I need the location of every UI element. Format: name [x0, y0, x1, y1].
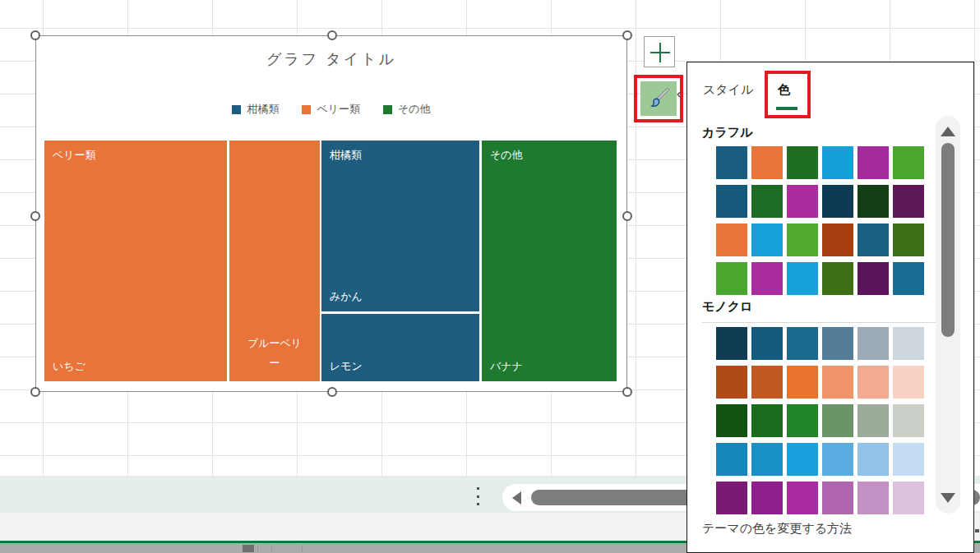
color-swatch[interactable]	[751, 404, 783, 437]
legend-item: その他	[383, 102, 431, 117]
palette-row-colorful-1[interactable]	[716, 146, 931, 179]
color-swatch[interactable]	[716, 482, 747, 514]
color-swatch[interactable]	[822, 224, 853, 256]
color-swatch[interactable]	[787, 482, 818, 514]
treemap-chart[interactable]: グラフ タイトル 柑橘類 ベリー類 その他 ベリー類 いちご ブルーベリー 柑橘…	[35, 35, 627, 392]
color-swatch[interactable]	[751, 482, 783, 514]
scroll-left-icon[interactable]	[512, 491, 521, 505]
selection-handle-bottom-mid[interactable]	[327, 387, 337, 397]
legend-label: その他	[398, 102, 431, 117]
color-swatch[interactable]	[893, 443, 924, 476]
palette-row-mono-2[interactable]	[716, 366, 931, 399]
color-swatch[interactable]	[893, 404, 924, 437]
drag-dots-icon[interactable]	[474, 487, 481, 505]
scroll-up-icon[interactable]	[941, 127, 955, 136]
color-swatch[interactable]	[893, 262, 924, 295]
color-swatch[interactable]	[787, 327, 818, 360]
color-swatch[interactable]	[716, 404, 747, 437]
treemap-group-label: 柑橘類	[330, 148, 362, 163]
palette-row-mono-3[interactable]	[716, 404, 931, 437]
color-swatch[interactable]	[787, 404, 818, 437]
bottom-scroll-thumb[interactable]	[243, 545, 254, 552]
color-swatch[interactable]	[716, 146, 747, 179]
color-swatch[interactable]	[822, 146, 853, 179]
color-swatch[interactable]	[858, 366, 889, 399]
color-swatch[interactable]	[822, 443, 853, 476]
selection-handle-left-mid[interactable]	[30, 211, 40, 221]
treemap-node-lemon[interactable]: レモン	[321, 314, 479, 381]
color-swatch[interactable]	[751, 366, 783, 399]
change-theme-colors-link[interactable]: テーマの色を変更する方法	[702, 521, 852, 537]
treemap-node-banana[interactable]: その他 バナナ	[482, 141, 617, 381]
selection-handle-top-mid[interactable]	[327, 30, 337, 40]
scroll-down-icon[interactable]	[941, 493, 955, 503]
window-edge-dash	[975, 529, 979, 532]
color-swatch[interactable]	[822, 262, 853, 295]
color-swatch[interactable]	[893, 327, 924, 360]
color-swatch[interactable]	[716, 366, 747, 399]
color-swatch[interactable]	[893, 224, 924, 256]
selection-handle-right-mid[interactable]	[622, 211, 632, 221]
treemap-node-strawberry[interactable]: ベリー類 いちご	[44, 141, 227, 381]
treemap-node-mikan[interactable]: 柑橘類 みかん	[321, 141, 479, 311]
selection-handle-top-left[interactable]	[30, 30, 40, 40]
color-swatch[interactable]	[751, 443, 783, 476]
color-swatch[interactable]	[716, 327, 747, 360]
color-swatch[interactable]	[751, 185, 783, 218]
color-swatch[interactable]	[751, 146, 783, 179]
color-swatch[interactable]	[822, 366, 853, 399]
tab-styles[interactable]: スタイル	[703, 82, 753, 98]
chart-title[interactable]: グラフ タイトル	[36, 49, 626, 69]
legend-item: ベリー類	[302, 102, 360, 117]
color-swatch[interactable]	[787, 262, 818, 295]
color-swatch[interactable]	[858, 262, 889, 295]
palette-row-mono-1[interactable]	[716, 327, 931, 360]
treemap-group-label: その他	[490, 148, 523, 163]
color-swatch[interactable]	[787, 224, 818, 256]
color-swatch[interactable]	[858, 224, 889, 256]
palette-row-colorful-2[interactable]	[716, 185, 931, 218]
palette-row-mono-5[interactable]	[716, 482, 931, 514]
color-swatch[interactable]	[787, 185, 818, 218]
palette-row-colorful-3[interactable]	[716, 224, 931, 256]
color-swatch[interactable]	[787, 366, 818, 399]
color-swatch[interactable]	[858, 185, 889, 218]
color-swatch[interactable]	[751, 327, 783, 360]
color-swatch[interactable]	[893, 185, 924, 218]
selection-handle-top-right[interactable]	[622, 30, 632, 40]
color-swatch[interactable]	[822, 327, 853, 360]
color-swatch[interactable]	[893, 146, 924, 179]
color-swatch[interactable]	[893, 482, 924, 514]
chart-legend[interactable]: 柑橘類 ベリー類 その他	[36, 102, 626, 117]
palette-row-colorful-4[interactable]	[716, 262, 931, 295]
color-swatch[interactable]	[751, 224, 783, 256]
palette-row-mono-4[interactable]	[716, 443, 931, 476]
chart-elements-button[interactable]	[644, 36, 675, 67]
chevron-left-icon[interactable]: ‹	[677, 86, 681, 100]
color-swatch[interactable]	[787, 146, 818, 179]
color-swatch[interactable]	[822, 185, 853, 218]
color-swatch[interactable]	[787, 443, 818, 476]
color-swatch[interactable]	[716, 224, 747, 256]
color-swatch[interactable]	[858, 146, 889, 179]
color-swatch[interactable]	[858, 404, 889, 437]
treemap-item-label: バナナ	[490, 359, 523, 374]
color-swatch[interactable]	[893, 366, 924, 399]
color-swatch[interactable]	[858, 327, 889, 360]
color-swatch[interactable]	[858, 482, 889, 514]
color-swatch[interactable]	[822, 482, 853, 514]
legend-label: ベリー類	[317, 102, 360, 117]
color-swatch[interactable]	[751, 262, 783, 295]
highlight-box-brush	[634, 75, 683, 122]
selection-handle-bottom-left[interactable]	[30, 387, 40, 397]
color-swatch[interactable]	[716, 185, 747, 218]
color-swatch[interactable]	[716, 262, 747, 295]
color-swatch[interactable]	[822, 404, 853, 437]
color-swatch[interactable]	[716, 443, 747, 476]
selection-handle-bottom-right[interactable]	[622, 387, 632, 397]
panel-scroll-thumb[interactable]	[941, 143, 955, 337]
treemap-item-label: みかん	[330, 289, 363, 304]
legend-label: 柑橘類	[247, 102, 279, 117]
color-swatch[interactable]	[858, 443, 889, 476]
treemap-node-blueberry[interactable]: ブルーベリー	[229, 141, 320, 381]
